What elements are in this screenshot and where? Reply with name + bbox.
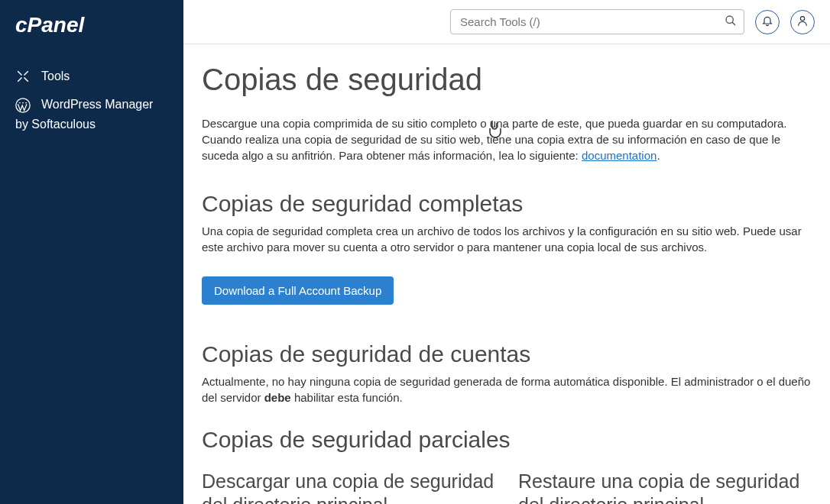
download-home-col: Descargar una copia de seguridad del dir… <box>202 470 495 504</box>
svg-point-4 <box>800 16 804 20</box>
intro-text: Descargue una copia comprimida de su sit… <box>202 115 812 163</box>
notifications-button[interactable] <box>755 10 780 34</box>
account-backups-title: Copias de seguridad de cuentas <box>202 341 812 367</box>
wordpress-icon <box>15 98 31 113</box>
tools-icon <box>15 69 31 84</box>
intro-suffix: . <box>657 149 660 162</box>
partial-columns: Descargar una copia de seguridad del dir… <box>202 470 812 504</box>
search-wrap <box>450 9 744 34</box>
sidebar-item-tools[interactable]: Tools <box>0 61 183 92</box>
logo-text: cPanel <box>15 26 107 39</box>
sidebar-item-label: Tools <box>41 69 70 83</box>
account-backups-desc: Actualmente, no hay ninguna copia de seg… <box>202 373 812 405</box>
account-desc-bold: debe <box>264 391 291 404</box>
intro-prefix: Descargue una copia comprimida de su sit… <box>202 117 786 162</box>
sidebar-item-label: WordPress Manager by Softaculous <box>15 98 153 131</box>
download-home-title: Descargar una copia de seguridad del dir… <box>202 470 495 504</box>
topbar <box>183 0 830 44</box>
user-icon <box>796 15 809 30</box>
search-icon[interactable] <box>725 15 737 30</box>
full-backups-title: Copias de seguridad completas <box>202 191 812 217</box>
restore-home-col: Restaure una copia de seguridad del dire… <box>518 470 812 504</box>
partial-backups-title: Copias de seguridad parciales <box>202 427 812 453</box>
download-full-backup-button[interactable]: Download a Full Account Backup <box>202 276 394 305</box>
svg-point-2 <box>726 16 733 23</box>
svg-line-3 <box>732 22 735 25</box>
account-desc-suffix: habilitar esta función. <box>291 391 403 404</box>
restore-home-title: Restaure una copia de seguridad del dire… <box>518 470 812 504</box>
documentation-link[interactable]: documentation <box>582 149 657 162</box>
search-input[interactable] <box>450 9 744 34</box>
main: Copias de seguridad Descargue una copia … <box>183 0 830 504</box>
sidebar: cPanel Tools WordPress Manager by Softac… <box>0 0 183 504</box>
full-backups-desc: Una copia de seguridad completa crea un … <box>202 223 812 255</box>
page-title: Copias de seguridad <box>202 63 812 97</box>
content: Copias de seguridad Descargue una copia … <box>183 44 830 504</box>
logo: cPanel <box>0 14 183 61</box>
user-button[interactable] <box>790 10 815 34</box>
sidebar-item-wordpress-manager[interactable]: WordPress Manager by Softaculous <box>0 92 183 141</box>
svg-text:cPanel: cPanel <box>15 14 85 37</box>
bell-icon <box>761 15 773 30</box>
